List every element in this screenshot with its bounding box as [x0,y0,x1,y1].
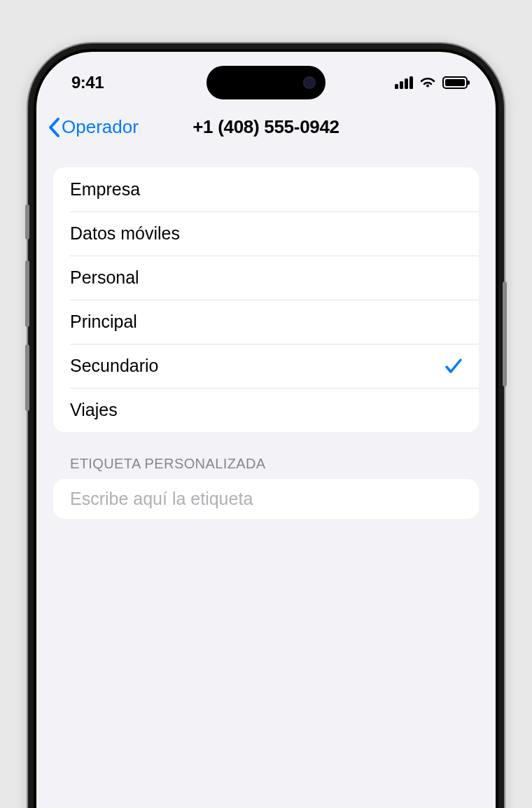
front-camera [303,76,316,89]
label-text: Datos móviles [70,223,180,244]
label-text: Principal [70,312,137,332]
label-option-principal[interactable]: Principal [53,300,479,344]
label-list: Empresa Datos móviles Personal Principal… [53,167,479,432]
label-option-personal[interactable]: Personal [53,256,479,300]
dynamic-island [206,66,326,99]
wifi-icon [419,76,437,90]
phone-frame: 9:41 [28,43,504,808]
screen: 9:41 [36,52,496,808]
label-option-datos-moviles[interactable]: Datos móviles [53,211,479,256]
label-option-secundario[interactable]: Secundario [53,344,479,388]
back-label: Operador [62,116,139,138]
custom-label-input[interactable] [70,489,462,509]
label-option-empresa[interactable]: Empresa [53,167,479,211]
cellular-signal-icon [395,76,413,89]
navigation-bar: Operador +1 (408) 555-0942 [36,101,496,151]
label-text: Viajes [70,400,118,420]
label-text: Empresa [70,179,140,200]
checkmark-icon [444,356,463,376]
label-text: Secundario [70,356,158,376]
status-time: 9:41 [71,73,104,92]
volume-down-button [25,344,29,411]
volume-up-button [25,260,29,327]
label-text: Personal [70,267,139,288]
back-button[interactable]: Operador [48,116,139,138]
custom-label-group [53,479,479,519]
power-button [503,281,507,386]
battery-icon [442,76,468,89]
page-title: +1 (408) 555-0942 [192,116,340,138]
custom-label-header: ETIQUETA PERSONALIZADA [53,432,479,479]
chevron-back-icon [48,117,60,138]
silence-switch [25,204,29,239]
label-option-viajes[interactable]: Viajes [53,388,479,432]
